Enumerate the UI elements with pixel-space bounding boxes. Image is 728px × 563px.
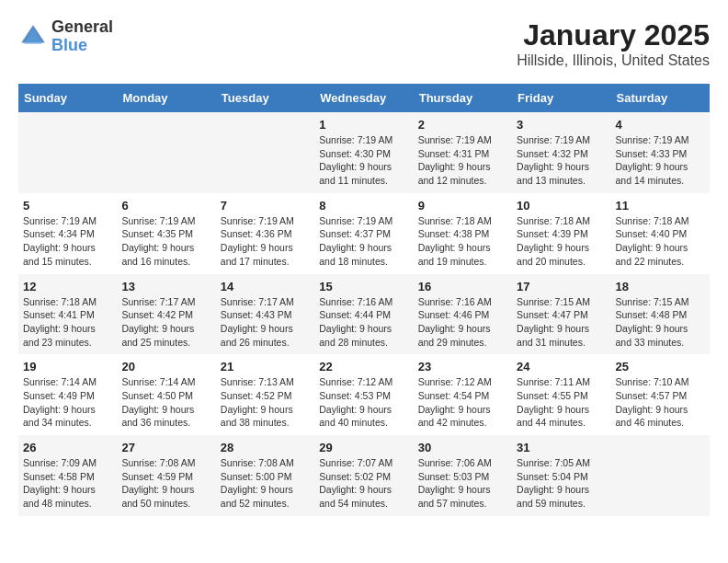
day-info: Sunrise: 7:06 AM Sunset: 5:03 PM Dayligh… — [418, 457, 492, 509]
logo-text: General Blue — [51, 18, 113, 55]
title-block: January 2025 Hillside, Illinois, United … — [517, 18, 710, 69]
day-number: 12 — [23, 280, 112, 293]
weekday-header-thursday: Thursday — [414, 84, 512, 112]
calendar-cell: 17Sunrise: 7:15 AM Sunset: 4:47 PM Dayli… — [512, 274, 610, 355]
day-number: 31 — [517, 441, 606, 454]
logo-icon — [18, 22, 48, 52]
day-info: Sunrise: 7:16 AM Sunset: 4:44 PM Dayligh… — [319, 296, 392, 348]
calendar-cell — [611, 435, 710, 516]
day-info: Sunrise: 7:18 AM Sunset: 4:39 PM Dayligh… — [517, 215, 590, 267]
calendar-cell: 13Sunrise: 7:17 AM Sunset: 4:42 PM Dayli… — [117, 274, 215, 355]
day-info: Sunrise: 7:19 AM Sunset: 4:37 PM Dayligh… — [319, 215, 392, 267]
calendar-cell: 7Sunrise: 7:19 AM Sunset: 4:36 PM Daylig… — [216, 193, 314, 274]
day-number: 1 — [319, 118, 408, 132]
day-number: 22 — [319, 360, 408, 373]
calendar-cell: 5Sunrise: 7:19 AM Sunset: 4:34 PM Daylig… — [18, 193, 117, 274]
calendar-cell: 4Sunrise: 7:19 AM Sunset: 4:33 PM Daylig… — [611, 112, 710, 193]
day-info: Sunrise: 7:17 AM Sunset: 4:43 PM Dayligh… — [221, 296, 294, 348]
day-info: Sunrise: 7:19 AM Sunset: 4:30 PM Dayligh… — [319, 134, 392, 186]
day-info: Sunrise: 7:19 AM Sunset: 4:36 PM Dayligh… — [221, 215, 294, 267]
day-number: 28 — [221, 441, 310, 454]
day-number: 25 — [616, 360, 705, 373]
day-number: 5 — [23, 199, 112, 213]
day-number: 30 — [418, 441, 507, 454]
day-info: Sunrise: 7:09 AM Sunset: 4:58 PM Dayligh… — [23, 457, 97, 509]
day-info: Sunrise: 7:18 AM Sunset: 4:38 PM Dayligh… — [418, 215, 492, 267]
calendar-cell: 31Sunrise: 7:05 AM Sunset: 5:04 PM Dayli… — [512, 435, 610, 516]
day-number: 24 — [517, 360, 606, 373]
day-info: Sunrise: 7:18 AM Sunset: 4:41 PM Dayligh… — [23, 296, 97, 348]
day-info: Sunrise: 7:15 AM Sunset: 4:48 PM Dayligh… — [616, 296, 689, 348]
calendar-title: January 2025 — [517, 18, 710, 52]
day-number: 6 — [121, 199, 210, 213]
day-info: Sunrise: 7:19 AM Sunset: 4:32 PM Dayligh… — [517, 134, 590, 186]
calendar-cell: 27Sunrise: 7:08 AM Sunset: 4:59 PM Dayli… — [117, 435, 215, 516]
day-number: 11 — [616, 199, 705, 213]
logo: General Blue — [18, 18, 113, 55]
calendar-cell: 18Sunrise: 7:15 AM Sunset: 4:48 PM Dayli… — [611, 274, 710, 355]
week-row-3: 12Sunrise: 7:18 AM Sunset: 4:41 PM Dayli… — [18, 274, 710, 355]
calendar-cell: 28Sunrise: 7:08 AM Sunset: 5:00 PM Dayli… — [216, 435, 314, 516]
day-info: Sunrise: 7:15 AM Sunset: 4:47 PM Dayligh… — [517, 296, 590, 348]
day-number: 27 — [121, 441, 210, 454]
day-number: 16 — [418, 280, 507, 293]
weekday-header-monday: Monday — [117, 84, 215, 112]
calendar-header: SundayMondayTuesdayWednesdayThursdayFrid… — [18, 84, 710, 112]
calendar-cell: 23Sunrise: 7:12 AM Sunset: 4:54 PM Dayli… — [414, 354, 512, 435]
day-info: Sunrise: 7:13 AM Sunset: 4:52 PM Dayligh… — [221, 376, 294, 428]
weekday-header-friday: Friday — [512, 84, 610, 112]
calendar-cell: 20Sunrise: 7:14 AM Sunset: 4:50 PM Dayli… — [117, 354, 215, 435]
day-info: Sunrise: 7:19 AM Sunset: 4:33 PM Dayligh… — [616, 134, 689, 186]
calendar-table: SundayMondayTuesdayWednesdayThursdayFrid… — [18, 84, 710, 516]
day-info: Sunrise: 7:12 AM Sunset: 4:54 PM Dayligh… — [418, 376, 492, 428]
calendar-cell: 24Sunrise: 7:11 AM Sunset: 4:55 PM Dayli… — [512, 354, 610, 435]
calendar-cell: 25Sunrise: 7:10 AM Sunset: 4:57 PM Dayli… — [611, 354, 710, 435]
day-info: Sunrise: 7:16 AM Sunset: 4:46 PM Dayligh… — [418, 296, 492, 348]
weekday-header-saturday: Saturday — [611, 84, 710, 112]
day-number: 29 — [319, 441, 408, 454]
calendar-cell: 1Sunrise: 7:19 AM Sunset: 4:30 PM Daylig… — [314, 112, 413, 193]
day-number: 8 — [319, 199, 408, 213]
calendar-cell — [216, 112, 314, 193]
day-info: Sunrise: 7:14 AM Sunset: 4:50 PM Dayligh… — [121, 376, 195, 428]
calendar-cell: 29Sunrise: 7:07 AM Sunset: 5:02 PM Dayli… — [314, 435, 413, 516]
day-info: Sunrise: 7:19 AM Sunset: 4:35 PM Dayligh… — [121, 215, 195, 267]
page-header: General Blue January 2025 Hillside, Illi… — [18, 18, 710, 69]
day-number: 18 — [616, 280, 705, 293]
day-number: 2 — [418, 118, 507, 132]
day-number: 4 — [616, 118, 705, 132]
day-number: 3 — [517, 118, 606, 132]
calendar-cell: 14Sunrise: 7:17 AM Sunset: 4:43 PM Dayli… — [216, 274, 314, 355]
calendar-cell: 8Sunrise: 7:19 AM Sunset: 4:37 PM Daylig… — [314, 193, 413, 274]
calendar-cell: 3Sunrise: 7:19 AM Sunset: 4:32 PM Daylig… — [512, 112, 610, 193]
calendar-cell: 6Sunrise: 7:19 AM Sunset: 4:35 PM Daylig… — [117, 193, 215, 274]
day-info: Sunrise: 7:18 AM Sunset: 4:40 PM Dayligh… — [616, 215, 689, 267]
calendar-cell: 11Sunrise: 7:18 AM Sunset: 4:40 PM Dayli… — [611, 193, 710, 274]
logo-general-text: General — [51, 18, 113, 37]
day-number: 9 — [418, 199, 507, 213]
day-info: Sunrise: 7:11 AM Sunset: 4:55 PM Dayligh… — [517, 376, 590, 428]
calendar-cell: 19Sunrise: 7:14 AM Sunset: 4:49 PM Dayli… — [18, 354, 117, 435]
calendar-cell: 2Sunrise: 7:19 AM Sunset: 4:31 PM Daylig… — [414, 112, 512, 193]
day-number: 7 — [221, 199, 310, 213]
day-number: 20 — [121, 360, 210, 373]
day-number: 19 — [23, 360, 112, 373]
week-row-1: 1Sunrise: 7:19 AM Sunset: 4:30 PM Daylig… — [18, 112, 710, 193]
weekday-header-wednesday: Wednesday — [314, 84, 413, 112]
week-row-5: 26Sunrise: 7:09 AM Sunset: 4:58 PM Dayli… — [18, 435, 710, 516]
day-info: Sunrise: 7:17 AM Sunset: 4:42 PM Dayligh… — [121, 296, 195, 348]
calendar-cell: 26Sunrise: 7:09 AM Sunset: 4:58 PM Dayli… — [18, 435, 117, 516]
day-number: 17 — [517, 280, 606, 293]
calendar-subtitle: Hillside, Illinois, United States — [517, 52, 710, 69]
day-info: Sunrise: 7:19 AM Sunset: 4:31 PM Dayligh… — [418, 134, 492, 186]
calendar-cell: 10Sunrise: 7:18 AM Sunset: 4:39 PM Dayli… — [512, 193, 610, 274]
calendar-cell: 22Sunrise: 7:12 AM Sunset: 4:53 PM Dayli… — [314, 354, 413, 435]
calendar-cell — [117, 112, 215, 193]
day-number: 23 — [418, 360, 507, 373]
calendar-cell — [18, 112, 117, 193]
day-number: 14 — [221, 280, 310, 293]
week-row-4: 19Sunrise: 7:14 AM Sunset: 4:49 PM Dayli… — [18, 354, 710, 435]
day-info: Sunrise: 7:07 AM Sunset: 5:02 PM Dayligh… — [319, 457, 392, 509]
calendar-cell: 9Sunrise: 7:18 AM Sunset: 4:38 PM Daylig… — [414, 193, 512, 274]
logo-blue-text: Blue — [51, 37, 113, 55]
